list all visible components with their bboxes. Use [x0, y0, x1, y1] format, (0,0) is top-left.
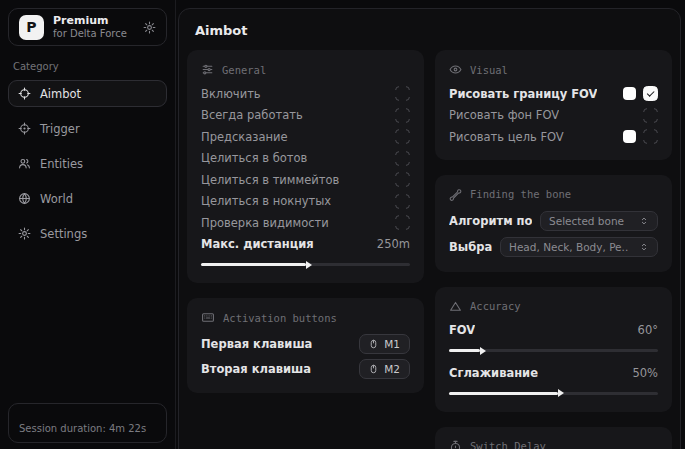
sidebar-item-trigger[interactable]: Trigger — [8, 115, 167, 142]
setting-row: Проверка видимости — [201, 212, 410, 234]
keyboard-icon — [201, 311, 215, 324]
checkbox-enable[interactable] — [395, 86, 410, 101]
sidebar-item-label: Trigger — [40, 122, 80, 136]
settings-gear-icon — [18, 227, 31, 240]
chevrons-up-down-icon — [639, 242, 649, 252]
app-title: Premium — [53, 14, 127, 28]
checkbox-visibility-check[interactable] — [395, 215, 410, 230]
setting-label: Вторая клавиша — [201, 362, 311, 376]
session-duration-text: Session duration: 4m 22s — [19, 423, 146, 434]
setting-row: Первая клавиша M1 — [201, 331, 410, 356]
page-title: Aimbot — [195, 23, 672, 38]
setting-label: Всегда работать — [201, 108, 303, 122]
checkbox-draw-fov-background[interactable] — [643, 108, 658, 123]
sidebar-item-entities[interactable]: Entities — [8, 150, 167, 177]
setting-label: Рисовать границу FOV — [449, 87, 597, 101]
section-title: Activation buttons — [223, 312, 337, 324]
keybind-value: M1 — [384, 338, 400, 350]
checkbox-draw-fov-border[interactable] — [643, 86, 658, 101]
sidebar-item-label: Aimbot — [40, 87, 81, 101]
setting-row: Рисовать границу FOV — [449, 83, 658, 105]
setting-row: Рисовать фон FOV — [449, 105, 658, 127]
globe-icon — [18, 192, 31, 205]
bone-icon — [449, 188, 462, 201]
fov-slider[interactable] — [449, 344, 658, 357]
setting-label: Целиться в тиммейтов — [201, 173, 339, 187]
sidebar: P Premium for Delta Force Category Aimbo… — [0, 0, 176, 449]
sidebar-item-world[interactable]: World — [8, 185, 167, 212]
color-swatch-fov-target[interactable] — [623, 130, 636, 143]
session-duration: Session duration: 4m 22s — [8, 403, 167, 443]
sidebar-item-label: Settings — [40, 227, 87, 241]
section-title: Finding the bone — [470, 188, 571, 200]
checkbox-draw-fov-target[interactable] — [643, 129, 658, 144]
section-title: Switch Delay — [470, 440, 546, 449]
setting-label: Макс. дистанция — [201, 237, 314, 251]
mouse-icon — [369, 363, 378, 375]
keybind-button-secondary[interactable]: M2 — [359, 359, 410, 379]
setting-row: Целиться в тиммейтов — [201, 169, 410, 191]
setting-row: Предсказание — [201, 126, 410, 148]
setting-label: Целиться в ботов — [201, 151, 307, 165]
entities-icon — [18, 157, 31, 170]
premium-card: P Premium for Delta Force — [8, 8, 167, 46]
smoothing-slider[interactable] — [449, 387, 658, 400]
setting-row: Алгоритм поиска кост Selected bone — [449, 208, 658, 234]
setting-label: Сглаживание — [449, 366, 538, 380]
section-title: General — [222, 64, 266, 76]
section-title: Visual — [470, 64, 508, 76]
setting-label: Алгоритм поиска кост — [449, 214, 532, 228]
panel-visual: Visual Рисовать границу FOV Рисовать фон… — [435, 50, 672, 160]
gear-icon[interactable] — [143, 21, 156, 34]
setting-row: Сглаживание 50% — [449, 362, 658, 384]
checkbox-aim-knocked[interactable] — [395, 194, 410, 209]
setting-row: Включить — [201, 83, 410, 105]
color-swatch-fov-border[interactable] — [623, 87, 636, 100]
sliders-icon — [201, 63, 214, 76]
panel-accuracy: Accuracy FOV 60° Сглаживание 50% — [435, 287, 672, 412]
setting-row: Вторая клавиша M2 — [201, 356, 410, 381]
check-icon — [647, 89, 654, 96]
setting-row: Выбранные кос Head, Neck, Body, Pe.. — [449, 234, 658, 260]
setting-label: Проверка видимости — [201, 216, 329, 230]
checkbox-aim-teammates[interactable] — [395, 172, 410, 187]
sidebar-item-label: Entities — [40, 157, 83, 171]
crosshair-icon — [18, 87, 31, 100]
selected-value: Selected bone — [549, 215, 624, 227]
panel-activation-buttons: Activation buttons Первая клавиша M1 Вто… — [187, 298, 424, 393]
mouse-icon — [369, 338, 378, 350]
fov-value: 60° — [638, 323, 658, 337]
sidebar-item-settings[interactable]: Settings — [8, 220, 167, 247]
keybind-value: M2 — [384, 363, 400, 375]
bone-algorithm-select[interactable]: Selected bone — [540, 211, 658, 231]
main-panel: Aimbot General Включить Всегда работать — [178, 8, 681, 449]
selected-bones-select[interactable]: Head, Neck, Body, Pe.. — [500, 237, 658, 257]
setting-row: Всегда работать — [201, 105, 410, 127]
setting-label: Включить — [201, 87, 261, 101]
sidebar-item-aimbot[interactable]: Aimbot — [8, 80, 167, 107]
checkbox-always-work[interactable] — [395, 108, 410, 123]
setting-row: Рисовать цель FOV — [449, 126, 658, 148]
smoothing-value: 50% — [632, 366, 658, 380]
setting-label: FOV — [449, 323, 475, 337]
category-label: Category — [13, 61, 162, 72]
setting-label: Рисовать фон FOV — [449, 108, 559, 122]
checkbox-aim-bots[interactable] — [395, 151, 410, 166]
setting-label: Первая клавиша — [201, 337, 312, 351]
eye-icon — [449, 63, 462, 76]
selected-value: Head, Neck, Body, Pe.. — [509, 241, 628, 253]
setting-label: Предсказание — [201, 130, 288, 144]
app-subtitle: for Delta Force — [53, 28, 127, 41]
app-logo: P — [19, 15, 44, 40]
panel-finding-bone: Finding the bone Алгоритм поиска кост Se… — [435, 175, 672, 272]
panel-switch-delay: Switch Delay Задержка переключения Задер… — [435, 427, 672, 449]
checkbox-prediction[interactable] — [395, 129, 410, 144]
sidebar-item-label: World — [40, 192, 73, 206]
setting-label: Рисовать цель FOV — [449, 130, 564, 144]
panel-general: General Включить Всегда работать Предска… — [187, 50, 424, 283]
setting-row: Целиться в ботов — [201, 148, 410, 170]
keybind-button-primary[interactable]: M1 — [359, 334, 410, 354]
timer-icon — [449, 440, 462, 449]
setting-row: Целиться в нокнутых — [201, 191, 410, 213]
max-distance-slider[interactable] — [201, 258, 410, 271]
